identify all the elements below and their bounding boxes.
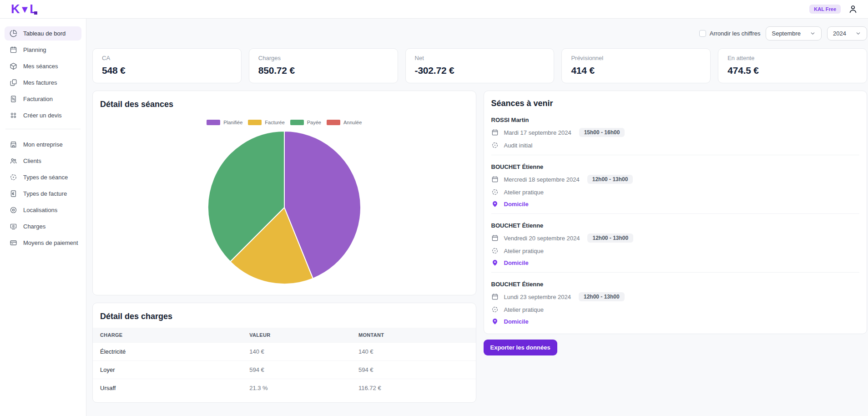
filter-row: Arrondir les chiffres Septembre 2024 [92, 26, 867, 41]
sidebar-item-mon-entreprise[interactable]: Mon entreprise [5, 137, 81, 152]
upcoming-sessions-title: Séances à venir [491, 99, 860, 108]
session-item: ROSSI Martin Mardi 17 septembre 2024 15h… [491, 108, 860, 155]
sidebar: Tableau de bord Planning Mes séances Mes… [0, 19, 86, 416]
session-date: Mardi 17 septembre 2024 [504, 129, 571, 136]
charge-name: Loyer [93, 361, 242, 379]
charge-amount: 594 € [351, 361, 476, 379]
sidebar-item-label: Localisations [23, 207, 57, 213]
calendar-icon [491, 129, 499, 136]
user-account-icon[interactable] [848, 4, 858, 14]
session-time-badge: 15h00 - 16h00 [579, 128, 625, 137]
pages-icon [10, 79, 17, 86]
table-row: Électricité 140 € 140 € [93, 343, 476, 361]
session-item: BOUCHET Étienne Mercredi 18 septembre 20… [491, 155, 860, 214]
sidebar-item-clients[interactable]: Clients [5, 154, 81, 168]
round-numbers-toggle[interactable]: Arrondir les chiffres [699, 30, 761, 37]
year-select-value: 2024 [833, 30, 846, 37]
app-logo: K▼L [11, 3, 37, 15]
sidebar-item-mes-factures[interactable]: Mes factures [5, 76, 81, 90]
sidebar-item-label: Types de séance [23, 174, 68, 181]
session-date: Vendredi 20 septembre 2024 [504, 235, 580, 242]
chevron-down-icon [855, 30, 861, 36]
storefront-icon [10, 141, 17, 148]
stats-row: CA 548 € Charges 850.72 € Net -302.72 € … [92, 48, 867, 83]
month-select[interactable]: Septembre [766, 26, 822, 41]
sidebar-item-charges[interactable]: Charges [5, 219, 81, 233]
pie-chart [207, 130, 362, 285]
right-column: Séances à venir ROSSI Martin Mardi 17 se… [484, 91, 868, 355]
legend-item-payee[interactable]: Payée [290, 120, 321, 125]
session-client: BOUCHET Étienne [491, 163, 860, 170]
session-type-icon [491, 247, 499, 254]
session-item: BOUCHET Étienne Vendredi 20 septembre 20… [491, 214, 860, 273]
chart-title: Détail des séances [100, 100, 469, 109]
stat-value: 474.5 € [727, 65, 858, 76]
stat-card-previsionnel: Prévisionnel 414 € [561, 48, 711, 83]
legend-item-planifiee[interactable]: Planifiée [207, 120, 242, 125]
table-row: Loyer 594 € 594 € [93, 361, 476, 379]
target-pin-icon [10, 206, 17, 214]
session-date: Lundi 23 septembre 2024 [504, 294, 571, 300]
export-data-button[interactable]: Exporter les données [484, 340, 557, 355]
sidebar-item-tableau-de-bord[interactable]: Tableau de bord [5, 26, 81, 41]
sidebar-item-label: Mes factures [23, 79, 57, 86]
stat-label: CA [102, 55, 232, 61]
stat-value: -302.72 € [415, 65, 545, 76]
stat-value: 850.72 € [258, 65, 389, 76]
charge-name: Ursaff [93, 379, 242, 397]
session-client: BOUCHET Étienne [491, 222, 860, 229]
stat-card-charges: Charges 850.72 € [249, 48, 398, 83]
sidebar-item-label: Mes séances [23, 63, 58, 70]
legend-item-facturee[interactable]: Facturée [248, 120, 284, 125]
column-header: VALEUR [242, 328, 351, 343]
stat-value: 414 € [571, 65, 701, 76]
sidebar-item-label: Charges [23, 223, 45, 230]
column-header: MONTANT [351, 328, 476, 343]
charge-value: 21.3 % [242, 379, 351, 397]
legend-swatch [290, 120, 304, 125]
sidebar-item-creer-un-devis[interactable]: Créer un devis [5, 108, 81, 122]
sidebar-item-label: Moyens de paiement [23, 239, 78, 246]
dashboard-icon [10, 30, 17, 37]
legend-swatch [207, 120, 220, 125]
main-content: Arrondir les chiffres Septembre 2024 CA … [86, 19, 868, 416]
users-icon [10, 157, 17, 165]
chevron-down-icon [810, 30, 816, 36]
sidebar-item-label: Mon entreprise [23, 141, 63, 148]
sidebar-item-moyens-de-paiement[interactable]: Moyens de paiement [5, 236, 81, 250]
sidebar-item-label: Créer un devis [23, 112, 62, 119]
year-select[interactable]: 2024 [827, 26, 867, 41]
session-type: Atelier pratique [504, 306, 544, 313]
charge-amount: 116.72 € [351, 379, 476, 397]
charge-value: 140 € [242, 343, 351, 361]
sidebar-item-types-de-seance[interactable]: Types de séance [5, 170, 81, 184]
sidebar-item-label: Planning [23, 46, 46, 53]
sidebar-item-label: Facturation [23, 96, 53, 102]
location-pin-icon [491, 259, 499, 266]
session-location: Domicile [504, 318, 529, 325]
table-header-row: CHARGE VALEUR MONTANT [93, 328, 476, 343]
sidebar-item-mes-seances[interactable]: Mes séances [5, 59, 81, 73]
session-time-badge: 12h00 - 13h00 [587, 175, 633, 184]
charge-amount: 140 € [351, 343, 476, 361]
chart-legend: Planifiée Facturée Payée Annulée [100, 120, 469, 125]
sidebar-item-localisations[interactable]: Localisations [5, 203, 81, 217]
session-type-icon [491, 142, 499, 149]
charge-name: Électricité [93, 343, 242, 361]
location-pin-icon [491, 318, 499, 325]
grid-icon [10, 112, 17, 119]
stat-card-net: Net -302.72 € [405, 48, 555, 83]
stat-label: En attente [727, 55, 858, 61]
legend-label: Payée [307, 120, 321, 125]
left-column: Détail des séances Planifiée Facturée [92, 91, 476, 403]
charge-value: 594 € [242, 361, 351, 379]
sidebar-item-facturation[interactable]: Facturation [5, 92, 81, 106]
stat-card-ca: CA 548 € [92, 48, 242, 83]
sidebar-item-types-de-facture[interactable]: Types de facture [5, 187, 81, 201]
round-numbers-checkbox[interactable] [699, 30, 706, 37]
sidebar-item-planning[interactable]: Planning [5, 43, 81, 57]
legend-item-annulee[interactable]: Annulée [327, 120, 362, 125]
stat-label: Prévisionnel [571, 55, 701, 61]
legend-label: Planifiée [223, 120, 242, 125]
month-select-value: Septembre [772, 30, 801, 37]
